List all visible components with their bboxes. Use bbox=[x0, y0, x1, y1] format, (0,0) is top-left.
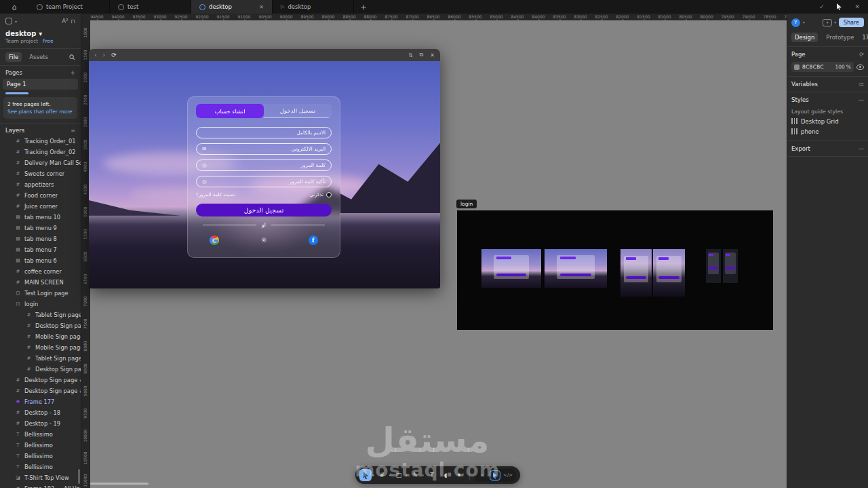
design-pointer-icon[interactable] bbox=[490, 470, 500, 481]
layer-row-5[interactable]: #Food corner bbox=[0, 190, 81, 201]
layer-row-25[interactable]: #Desktop - 18 bbox=[0, 407, 81, 418]
chevron-down-icon[interactable]: ▾ bbox=[372, 473, 374, 477]
shortcuts-icon[interactable]: ⇅ bbox=[408, 52, 413, 58]
chevron-down-icon[interactable]: ▾ bbox=[15, 19, 17, 24]
check-icon[interactable]: ✓ bbox=[819, 3, 825, 10]
tab-create-account[interactable]: انشاء حساب bbox=[196, 104, 264, 118]
chevron-down-icon[interactable]: ▾ bbox=[803, 20, 805, 24]
layer-row-3[interactable]: #Sweets corner bbox=[0, 168, 81, 179]
layer-row-21[interactable]: #Desktop Sign page #1 bbox=[0, 364, 81, 375]
tab-design[interactable]: Design bbox=[791, 33, 818, 42]
layers-scrollbar[interactable] bbox=[78, 469, 80, 484]
layer-row-24[interactable]: ❖Frame 177 bbox=[0, 396, 81, 407]
main-menu-icon[interactable] bbox=[5, 18, 12, 24]
layer-row-11[interactable]: ▤tab menu 6 bbox=[0, 255, 81, 266]
avatar[interactable]: Y bbox=[791, 18, 800, 27]
history-icon[interactable]: ⟳ bbox=[859, 52, 864, 58]
apple-icon[interactable]: ⍟ bbox=[259, 236, 269, 245]
layer-row-30[interactable]: TBellissimo bbox=[0, 462, 81, 472]
layer-row-15[interactable]: ⊡login bbox=[0, 299, 81, 309]
layer-row-19[interactable]: #Mobile Sign page #1 bbox=[0, 342, 81, 353]
layer-row-7[interactable]: ▤tab menu 10 bbox=[0, 212, 81, 223]
layer-row-29[interactable]: TBellissimo bbox=[0, 451, 81, 462]
layer-row-8[interactable]: ▤tab menu 9 bbox=[0, 223, 81, 233]
open-external-icon[interactable]: ⧉ bbox=[420, 52, 424, 58]
file-tab-test-1[interactable]: test bbox=[110, 0, 191, 14]
facebook-icon[interactable]: f bbox=[309, 236, 318, 245]
new-tab-button[interactable]: + bbox=[354, 0, 373, 14]
visibility-eye-icon[interactable] bbox=[856, 64, 864, 70]
reload-icon[interactable]: ⟳ bbox=[111, 52, 117, 58]
forgot-password-link[interactable]: نسيت كلمة المرور؟ bbox=[196, 192, 235, 198]
shape-tool-icon[interactable]: □ bbox=[393, 469, 405, 481]
editor-tool-menu[interactable]: ⌖▾ bbox=[823, 19, 836, 26]
opacity-value[interactable]: 100 bbox=[835, 64, 845, 70]
file-tab-desktop-2[interactable]: desktop✕ bbox=[191, 0, 273, 14]
color-hex-value[interactable]: 8C8C8C bbox=[802, 64, 824, 70]
thumbnail-desktop-1[interactable] bbox=[545, 249, 607, 288]
thumbnail-tablet-2[interactable] bbox=[620, 249, 652, 297]
zoom-level[interactable]: 17%▾ bbox=[862, 35, 868, 41]
layer-row-32[interactable]: #Frame 183 — All Hands — Left hand v bbox=[0, 483, 81, 488]
pen-tool-icon[interactable]: ✎ bbox=[410, 469, 422, 481]
layer-row-6[interactable]: #Juice corner bbox=[0, 201, 81, 212]
see-plans-link[interactable]: See plans that offer more bbox=[7, 109, 73, 115]
text-tool-icon[interactable]: T bbox=[426, 469, 438, 481]
frame-label-login[interactable]: login bbox=[456, 200, 477, 208]
collapse-minus-icon[interactable]: — bbox=[859, 146, 864, 152]
comment-tool-icon[interactable]: ◖ bbox=[439, 469, 452, 481]
layout-columns-icon[interactable]: ⊓ bbox=[71, 18, 75, 24]
tab-assets[interactable]: Assets bbox=[26, 52, 52, 62]
chevron-down-icon[interactable]: ▾ bbox=[39, 30, 42, 37]
rename-icon[interactable]: A² bbox=[62, 18, 68, 24]
layer-row-26[interactable]: #Desktop - 19 bbox=[0, 418, 81, 429]
input-field-2[interactable]: كلمة المرور◎ bbox=[196, 159, 332, 171]
search-icon[interactable] bbox=[69, 54, 75, 60]
file-tab-team-project-0[interactable]: team Project bbox=[28, 0, 110, 14]
layer-row-28[interactable]: TBellissimo bbox=[0, 440, 81, 451]
layers-filter-icon[interactable]: ≡ bbox=[71, 128, 75, 134]
variables-icon[interactable]: ≔ bbox=[859, 81, 864, 88]
layout-guide-phone[interactable]: phone bbox=[791, 126, 864, 136]
layer-row-20[interactable]: #Tablet Sign page #1 bbox=[0, 353, 81, 364]
page-item-page-1[interactable]: Page 1 bbox=[3, 79, 78, 90]
close-tab-icon[interactable]: ✕ bbox=[254, 4, 264, 10]
home-icon[interactable]: ⌂ bbox=[0, 0, 28, 14]
add-page-icon[interactable]: + bbox=[70, 69, 75, 76]
move-tool-icon[interactable] bbox=[359, 469, 372, 481]
close-preview-icon[interactable]: ✕ bbox=[430, 52, 435, 58]
collapse-minus-icon[interactable]: — bbox=[859, 97, 864, 103]
dev-code-icon[interactable]: </> bbox=[502, 470, 513, 481]
layout-guide-desktop-grid[interactable]: Desktop Grid bbox=[791, 116, 864, 126]
tab-prototype[interactable]: Prototype bbox=[823, 33, 857, 42]
thumbnail-mobile-5[interactable] bbox=[723, 249, 738, 283]
close-window-icon[interactable]: ✕ bbox=[854, 3, 860, 10]
color-swatch[interactable] bbox=[794, 64, 800, 70]
thumbnail-desktop-0[interactable] bbox=[481, 249, 541, 288]
frame-tool-icon[interactable]: # bbox=[376, 469, 389, 481]
layer-row-0[interactable]: #Tracking Order_01 bbox=[0, 136, 81, 147]
chevron-down-icon[interactable]: ▾ bbox=[406, 473, 408, 477]
layer-row-17[interactable]: #Desktop Sign page #2 bbox=[0, 320, 81, 331]
chevron-down-icon[interactable]: ▾ bbox=[422, 473, 425, 477]
plan-badge[interactable]: Free bbox=[43, 38, 54, 44]
file-tab-desktop-3[interactable]: ▷desktop bbox=[273, 0, 354, 14]
layer-row-22[interactable]: #Desktop Sign page #2 bbox=[0, 375, 81, 386]
actions-tool-icon[interactable]: ✦ bbox=[453, 469, 465, 481]
team-name[interactable]: Team project bbox=[5, 38, 38, 44]
layer-row-1[interactable]: #Tracking Order_02 bbox=[0, 147, 81, 157]
layer-row-31[interactable]: ◪T-Shirt Top View bbox=[0, 472, 81, 483]
layer-row-4[interactable]: #appetizers bbox=[0, 179, 81, 190]
share-button[interactable]: Share bbox=[839, 18, 864, 27]
layer-row-2[interactable]: #Delivery Man Call Screen bbox=[0, 157, 81, 168]
input-field-0[interactable]: الاسم بالكامل bbox=[196, 127, 332, 138]
thumbnail-tablet-3[interactable] bbox=[653, 249, 685, 297]
canvas-horizontal-scrollbar[interactable] bbox=[90, 483, 149, 485]
layer-row-18[interactable]: #Mobile Sign page #2 bbox=[0, 331, 81, 342]
layer-row-27[interactable]: TBellissimo bbox=[0, 429, 81, 440]
chevron-down-icon[interactable]: ▾ bbox=[389, 473, 391, 477]
layer-row-10[interactable]: ▤tab menu 7 bbox=[0, 244, 81, 255]
file-title[interactable]: desktop bbox=[5, 30, 36, 37]
layer-row-9[interactable]: ▤tab menu 8 bbox=[0, 233, 81, 244]
input-field-1[interactable]: البريد الالكتروني✉ bbox=[196, 143, 332, 155]
